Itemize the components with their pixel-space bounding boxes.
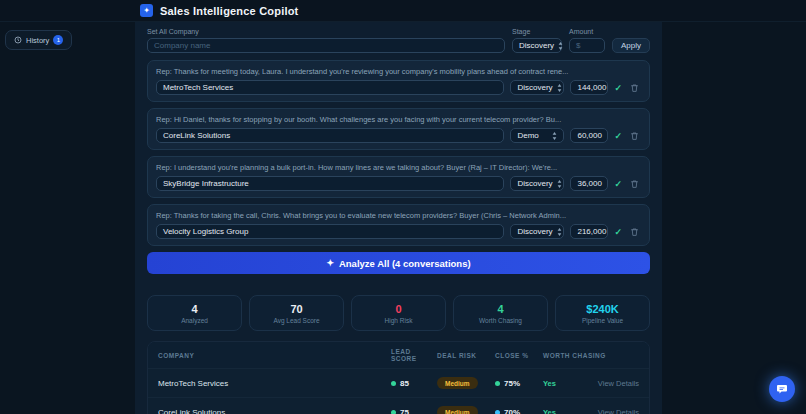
close-pct-value: 70% [504, 408, 520, 414]
chat-widget-button[interactable] [769, 376, 795, 402]
conversation-stage-value: Discovery [517, 227, 552, 236]
delete-conversation-button[interactable] [628, 179, 641, 189]
rep-transcript-text: Rep: Thanks for taking the call, Chris. … [156, 211, 641, 220]
col-header-worth-chasing: WORTH CHASING [543, 352, 639, 359]
conversation-company-input[interactable]: MetroTech Services [156, 80, 504, 95]
confirm-check-icon[interactable]: ✓ [614, 179, 622, 189]
conversation-amount-input[interactable]: 60,000 [570, 128, 608, 143]
close-dot-icon [495, 381, 500, 386]
table-header: COMPANY LEAD SCORE DEAL RISK CLOSE % WOR… [148, 342, 649, 368]
conversation-amount-input[interactable]: 36,000 [570, 176, 608, 191]
set-all-company-label: Set All Company [147, 28, 505, 35]
main-panel: Set All Company Company name Stage Disco… [135, 22, 662, 414]
stat-label: Pipeline Value [582, 317, 623, 324]
stat-value: 0 [395, 303, 401, 315]
rep-transcript-text: Rep: Thanks for meeting today, Laura. I … [156, 67, 641, 76]
stat-label: High Risk [385, 317, 413, 324]
conversation-card: Rep: I understand you're planning a bulk… [147, 156, 650, 198]
conversation-amount-input[interactable]: 216,000 [570, 224, 608, 239]
amount-label: Amount [569, 28, 605, 35]
history-button[interactable]: History 1 [5, 30, 72, 50]
stage-select-value: Discovery [519, 41, 554, 50]
confirm-check-icon[interactable]: ✓ [614, 227, 622, 237]
company-name-input[interactable]: Company name [147, 38, 505, 53]
stage-label: Stage [512, 28, 562, 35]
conversation-controls: SkyBridge Infrastructure Discovery 36,00… [156, 176, 641, 191]
rep-transcript-text: Rep: Hi Daniel, thanks for stopping by o… [156, 115, 641, 124]
apply-button[interactable]: Apply [612, 38, 650, 53]
analyze-all-label: Analyze All (4 conversations) [339, 258, 471, 269]
history-label: History [26, 36, 49, 45]
stat-card-avg-lead-score: 70 Avg Lead Score [249, 295, 344, 331]
stat-card-pipeline-value: $240K Pipeline Value [555, 295, 650, 331]
chevron-up-down-icon [557, 84, 562, 92]
bulk-company-group: Set All Company Company name [147, 28, 505, 53]
view-details-link[interactable]: View Details [581, 379, 639, 388]
top-bar: ✦ Sales Intelligence Copilot [0, 0, 806, 22]
lead-score-cell: 85 [391, 379, 437, 388]
delete-conversation-button[interactable] [628, 131, 641, 141]
col-header-deal-risk: DEAL RISK [437, 352, 495, 359]
confirm-check-icon[interactable]: ✓ [614, 131, 622, 141]
delete-conversation-button[interactable] [628, 227, 641, 237]
col-header-lead-score: LEAD SCORE [391, 348, 437, 362]
chevron-up-down-icon [552, 132, 557, 140]
trash-icon [630, 131, 639, 141]
lead-score-cell: 75 [391, 408, 437, 414]
deal-risk-badge: Medium [437, 406, 478, 414]
chevron-up-down-icon [557, 228, 562, 236]
company-cell: MetroTech Services [158, 379, 391, 388]
conversation-stage-select[interactable]: Discovery [510, 176, 564, 191]
conversation-amount-input[interactable]: 144,000 [570, 80, 608, 95]
conversation-company-input[interactable]: CoreLink Solutions [156, 128, 504, 143]
table-row: MetroTech Services 85 Medium 75% Yes Vie… [148, 368, 649, 397]
conversation-stage-value: Discovery [517, 83, 552, 92]
conversation-stage-select[interactable]: Demo [510, 128, 564, 143]
chevron-up-down-icon [557, 180, 562, 188]
worth-chasing-cell: Yes [543, 379, 581, 388]
col-header-company: COMPANY [158, 352, 391, 359]
rep-transcript-text: Rep: I understand you're planning a bulk… [156, 163, 641, 172]
stat-label: Analyzed [181, 317, 208, 324]
conversation-controls: CoreLink Solutions Demo 60,000 ✓ [156, 128, 641, 143]
close-pct-cell: 75% [495, 379, 543, 388]
close-pct-cell: 70% [495, 408, 543, 414]
sparkles-icon: ✦ [326, 258, 334, 268]
view-details-link[interactable]: View Details [581, 408, 639, 414]
stat-value: 70 [290, 303, 302, 315]
trash-icon [630, 179, 639, 189]
stat-card-analyzed: 4 Analyzed [147, 295, 242, 331]
stat-label: Worth Chasing [479, 317, 522, 324]
conversation-card: Rep: Thanks for meeting today, Laura. I … [147, 60, 650, 102]
company-cell: CoreLink Solutions [158, 408, 391, 414]
stat-value: $240K [586, 303, 618, 315]
conversation-company-input[interactable]: SkyBridge Infrastructure [156, 176, 504, 191]
trash-icon [630, 83, 639, 93]
history-count-badge: 1 [53, 35, 63, 45]
conversation-stage-select[interactable]: Discovery [510, 224, 564, 239]
conversation-card: Rep: Thanks for taking the call, Chris. … [147, 204, 650, 246]
lead-score-value: 75 [400, 408, 409, 414]
analyze-all-button[interactable]: ✦ Analyze All (4 conversations) [147, 252, 650, 274]
bulk-amount-group: Amount $ [569, 28, 605, 53]
table-row: CoreLink Solutions 75 Medium 70% Yes Vie… [148, 397, 649, 414]
app-title: Sales Intelligence Copilot [160, 5, 298, 17]
chevron-up-down-icon [558, 42, 563, 50]
conversation-controls: Velocity Logistics Group Discovery 216,0… [156, 224, 641, 239]
clock-icon [14, 36, 22, 44]
bulk-stage-group: Stage Discovery [512, 28, 562, 53]
delete-conversation-button[interactable] [628, 83, 641, 93]
stat-value: 4 [191, 303, 197, 315]
stage-select[interactable]: Discovery [512, 38, 562, 53]
confirm-check-icon[interactable]: ✓ [614, 83, 622, 93]
chat-bubble-icon [776, 383, 788, 395]
stat-card-high-risk: 0 High Risk [351, 295, 446, 331]
conversation-controls: MetroTech Services Discovery 144,000 ✓ [156, 80, 641, 95]
deal-risk-badge: Medium [437, 377, 478, 389]
conversation-company-input[interactable]: Velocity Logistics Group [156, 224, 504, 239]
bulk-set-bar: Set All Company Company name Stage Disco… [147, 28, 650, 53]
conversation-stage-select[interactable]: Discovery [510, 80, 564, 95]
lead-score-value: 85 [400, 379, 409, 388]
stat-label: Avg Lead Score [273, 317, 319, 324]
amount-input[interactable]: $ [569, 38, 605, 53]
